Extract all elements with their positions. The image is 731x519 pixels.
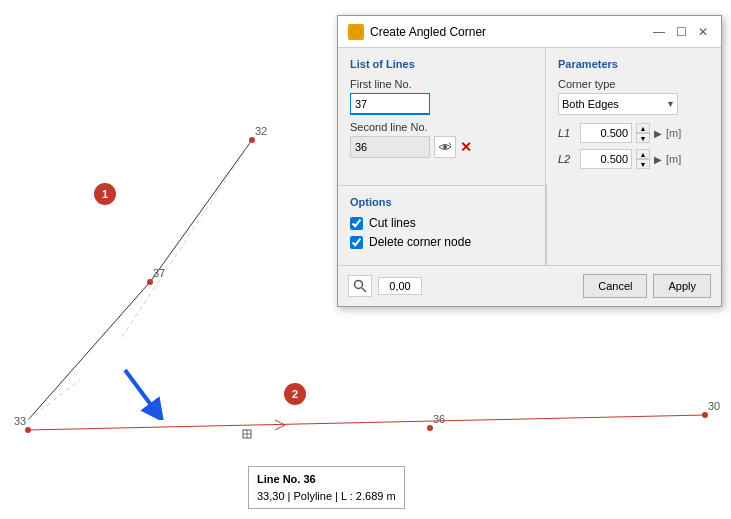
list-of-lines-title: List of Lines [350,58,533,70]
cancel-button[interactable]: Cancel [583,274,647,298]
l2-spinners: ▲ ▼ [636,149,650,169]
delete-corner-row: Delete corner node [350,235,533,249]
svg-line-1 [125,370,157,413]
l1-label: L1 [558,127,576,139]
l2-input[interactable] [580,149,632,169]
pick-line-button[interactable] [434,136,456,158]
l1-row: L1 ▲ ▼ ▶ [m] [558,123,709,143]
svg-point-3 [443,145,447,149]
second-line-input[interactable] [350,136,430,158]
dialog-title: Create Angled Corner [370,25,645,39]
minimize-button[interactable]: — [651,24,667,40]
dialog-main: List of Lines First line No. Second line… [338,48,721,185]
svg-line-5 [362,288,366,292]
delete-corner-label: Delete corner node [369,235,471,249]
blue-arrow-icon [115,365,170,420]
options-right-blank [546,185,721,265]
svg-marker-2 [351,27,361,37]
circle-label-1: 1 [94,183,116,205]
footer-right: Cancel Apply [583,274,711,298]
options-panel: Options Cut lines Delete corner node [338,185,546,265]
cut-lines-row: Cut lines [350,216,533,230]
corner-type-select[interactable]: Both Edges First Edge Second Edge [558,93,678,115]
l1-decrement[interactable]: ▼ [636,133,650,143]
l1-increment[interactable]: ▲ [636,123,650,133]
first-line-label: First line No. [350,78,533,90]
dialog-icon [348,24,364,40]
corner-type-dropdown-wrapper: Both Edges First Edge Second Edge ▼ [558,93,678,115]
maximize-button[interactable]: ☐ [673,24,689,40]
tooltip-line: Line No. 36 [257,471,396,488]
cancel-line-icon: ✕ [460,139,472,155]
svg-point-4 [355,281,363,289]
l1-input[interactable] [580,123,632,143]
second-line-label: Second line No. [350,121,533,133]
options-row: Options Cut lines Delete corner node [338,185,721,265]
dialog-titlebar: Create Angled Corner — ☐ ✕ [338,16,721,48]
footer-left: 0,00 [348,275,422,297]
l2-label: L2 [558,153,576,165]
l2-row: L2 ▲ ▼ ▶ [m] [558,149,709,169]
search-button[interactable] [348,275,372,297]
circle-label-2: 2 [284,383,306,405]
apply-button[interactable]: Apply [653,274,711,298]
coordinate-display: 0,00 [378,277,422,295]
l1-arrow[interactable]: ▶ [654,128,662,139]
dialog-body: List of Lines First line No. Second line… [338,48,721,265]
create-angled-corner-dialog: Create Angled Corner — ☐ ✕ List of Lines… [337,15,722,307]
l2-increment[interactable]: ▲ [636,149,650,159]
cut-lines-checkbox[interactable] [350,217,363,230]
corner-type-label: Corner type [558,78,709,90]
l1-unit: [m] [666,127,681,139]
dialog-footer: 0,00 Cancel Apply [338,265,721,306]
parameters-title: Parameters [558,58,709,70]
close-button[interactable]: ✕ [695,24,711,40]
first-line-row [350,93,533,115]
line-tooltip: Line No. 36 33,30 | Polyline | L : 2.689… [248,466,405,509]
cut-lines-label: Cut lines [369,216,416,230]
l2-decrement[interactable]: ▼ [636,159,650,169]
options-title: Options [350,196,533,208]
tooltip-detail: 33,30 | Polyline | L : 2.689 m [257,488,396,505]
l2-arrow[interactable]: ▶ [654,154,662,165]
l1-spinners: ▲ ▼ [636,123,650,143]
second-line-row: ✕ [350,136,533,158]
delete-corner-checkbox[interactable] [350,236,363,249]
list-of-lines-panel: List of Lines First line No. Second line… [338,48,546,185]
first-line-input[interactable] [350,93,430,115]
l2-unit: [m] [666,153,681,165]
parameters-panel: Parameters Corner type Both Edges First … [546,48,721,185]
